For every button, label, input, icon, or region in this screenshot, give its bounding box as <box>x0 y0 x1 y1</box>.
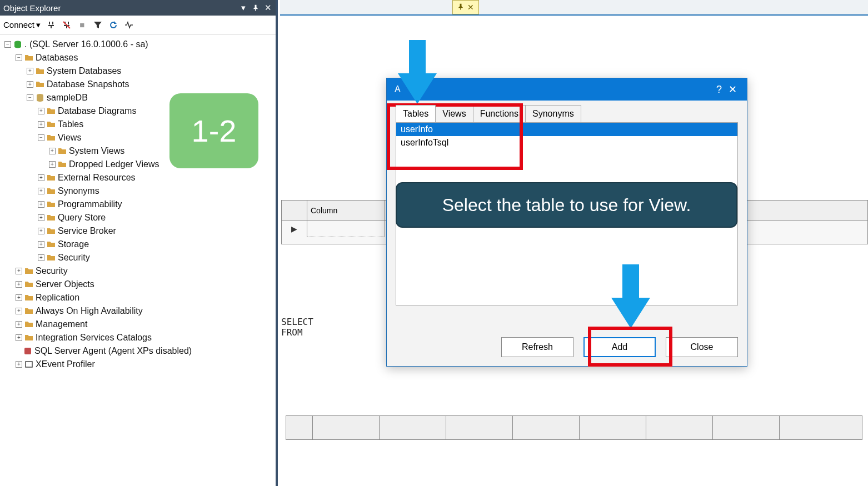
expand-icon[interactable]: + <box>16 361 22 368</box>
list-item[interactable]: userInfoTsql <box>396 136 737 149</box>
expand-icon[interactable]: + <box>27 68 33 74</box>
folder-icon <box>24 307 33 315</box>
folder-icon <box>47 187 56 196</box>
sql-pane[interactable]: SELECT FROM <box>281 317 313 338</box>
expand-icon[interactable]: + <box>38 188 44 194</box>
expand-icon[interactable]: + <box>16 281 22 288</box>
collapse-icon[interactable]: − <box>16 54 22 61</box>
expand-icon[interactable]: + <box>38 108 44 114</box>
tree-storage[interactable]: + Storage <box>2 238 273 251</box>
close-icon[interactable]: ✕ <box>726 83 739 96</box>
help-icon[interactable]: ? <box>712 84 726 96</box>
tab-tables[interactable]: Tables <box>396 105 436 122</box>
tree-label: Synonyms <box>58 184 99 198</box>
tree-server[interactable]: − . (SQL Server 16.0.1000.6 - sa) <box>2 38 273 51</box>
chevron-down-icon: ▾ <box>36 20 41 30</box>
tree-security-db[interactable]: + Security <box>2 251 273 264</box>
expand-icon[interactable]: + <box>16 321 22 328</box>
tree-label: Database Diagrams <box>58 104 136 118</box>
folder-icon <box>47 213 56 222</box>
object-explorer-panel: Object Explorer ▾ ✕ Connect ▾ ■ − <box>0 0 278 486</box>
tree-query-store[interactable]: + Query Store <box>2 211 273 224</box>
tree-label: sampleDB <box>47 91 88 104</box>
tree-replication[interactable]: + Replication <box>2 291 273 304</box>
tree-xevent[interactable]: + XEvent Profiler <box>2 358 273 371</box>
expand-icon[interactable]: + <box>38 174 44 181</box>
activity-icon[interactable] <box>124 20 134 30</box>
tree-isc[interactable]: + Integration Services Catalogs <box>2 331 273 344</box>
list-item[interactable]: userInfo <box>396 123 737 136</box>
tree-agent[interactable]: SQL Server Agent (Agent XPs disabled) <box>2 344 273 358</box>
collapse-icon[interactable]: − <box>38 134 44 141</box>
close-button[interactable]: Close <box>666 337 738 357</box>
refresh-icon[interactable] <box>108 20 118 30</box>
close-icon[interactable]: ✕ <box>263 3 272 12</box>
tree-label: XEvent Profiler <box>36 358 95 371</box>
pin-icon[interactable] <box>251 3 260 12</box>
dropdown-icon[interactable]: ▾ <box>239 3 248 12</box>
sql-line: SELECT <box>281 317 313 327</box>
tree-label: Query Store <box>58 211 106 224</box>
tree-label: Tables <box>58 118 83 131</box>
tree-programmability[interactable]: + Programmability <box>2 198 273 211</box>
row-selector-icon[interactable]: ▶ <box>282 221 307 237</box>
tree-management[interactable]: + Management <box>2 318 273 331</box>
expand-icon[interactable]: + <box>49 148 56 154</box>
expand-icon[interactable]: + <box>16 268 22 274</box>
dialog-buttons: Refresh Add Close <box>501 337 738 357</box>
folder-icon <box>24 280 33 289</box>
tree-database-snapshots[interactable]: + Database Snapshots <box>2 78 273 91</box>
expand-icon[interactable]: + <box>16 334 22 341</box>
collapse-icon[interactable]: − <box>4 41 11 48</box>
database-icon <box>36 93 44 102</box>
expand-icon[interactable]: + <box>38 214 44 221</box>
tree-label: Always On High Availability <box>36 304 143 318</box>
expand-icon[interactable]: + <box>16 294 22 301</box>
filter-icon[interactable] <box>93 20 103 30</box>
disconnect-icon[interactable] <box>62 20 72 30</box>
tree-label: Views <box>58 131 81 144</box>
tree-system-databases[interactable]: + System Databases <box>2 64 273 78</box>
xevent-icon <box>24 360 33 369</box>
expand-icon[interactable]: + <box>16 308 22 314</box>
tree-external-resources[interactable]: + External Resources <box>2 171 273 184</box>
expand-icon[interactable]: + <box>38 201 44 208</box>
tree-server-objects[interactable]: + Server Objects <box>2 278 273 291</box>
tree[interactable]: − . (SQL Server 16.0.1000.6 - sa) − Data… <box>0 34 276 374</box>
tree-security[interactable]: + Security <box>2 264 273 278</box>
expand-icon[interactable]: + <box>38 254 44 261</box>
tab-views[interactable]: Views <box>435 105 473 122</box>
dialog-title-text: A <box>395 84 401 94</box>
tree-always-on[interactable]: + Always On High Availability <box>2 304 273 318</box>
pin-icon[interactable] <box>457 3 464 12</box>
tree-label: Server Objects <box>36 278 94 291</box>
tree-databases[interactable]: − Databases <box>2 51 273 64</box>
add-button[interactable]: Add <box>583 337 656 357</box>
expand-icon[interactable]: + <box>38 228 44 234</box>
server-icon <box>13 40 22 49</box>
connect-menu[interactable]: Connect ▾ <box>3 20 41 30</box>
stop-icon[interactable]: ■ <box>77 20 87 30</box>
folder-icon <box>47 200 56 209</box>
refresh-button[interactable]: Refresh <box>501 337 573 357</box>
folder-icon <box>47 227 56 236</box>
tree-label: . (SQL Server 16.0.1000.6 - sa) <box>24 38 148 51</box>
expand-icon[interactable]: + <box>49 161 56 168</box>
grid-cell[interactable] <box>307 221 385 237</box>
tab-synonyms[interactable]: Synonyms <box>525 105 581 122</box>
panel-title: Object Explorer <box>3 3 61 13</box>
close-icon[interactable]: ✕ <box>467 3 474 12</box>
expand-icon[interactable]: + <box>38 241 44 248</box>
annotation-callout: Select the table to use for View. <box>396 182 737 228</box>
expand-icon[interactable]: + <box>38 121 44 128</box>
tree-synonyms[interactable]: + Synonyms <box>2 184 273 198</box>
collapse-icon[interactable]: − <box>27 94 33 101</box>
object-explorer-toolbar: Connect ▾ ■ <box>0 16 276 34</box>
connect-icon[interactable] <box>46 20 56 30</box>
folder-icon <box>47 133 56 142</box>
tree-service-broker[interactable]: + Service Broker <box>2 224 273 238</box>
results-grid[interactable] <box>286 415 862 440</box>
expand-icon[interactable]: + <box>27 81 33 88</box>
dialog-tabs: Tables Views Functions Synonyms <box>396 105 738 122</box>
tab-functions[interactable]: Functions <box>473 105 526 122</box>
